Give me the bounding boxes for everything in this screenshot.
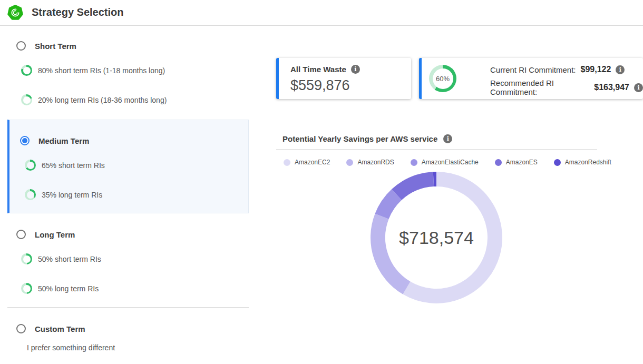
chart-title: Potential Yearly Savings per AWS service — [282, 134, 437, 143]
radio-short-term[interactable] — [16, 41, 26, 51]
percent-ring-icon — [25, 160, 36, 171]
legend-label: AmazonRDS — [357, 159, 394, 166]
strategy-label: Custom Term — [35, 324, 85, 333]
custom-term-description: I prefer something different — [27, 343, 115, 352]
strategy-label: Short Term — [35, 42, 76, 51]
strategy-detail-row: 80% short term RIs (1-18 months long) — [21, 65, 165, 76]
page-title: Strategy Selection — [32, 0, 124, 25]
strategy-option-medium-term[interactable]: Medium Term — [20, 136, 89, 145]
app-logo-icon — [7, 5, 23, 21]
legend-dot-icon — [495, 159, 502, 166]
section-divider — [7, 307, 249, 308]
legend-label: AmazonES — [506, 159, 538, 166]
strategy-detail-row: 50% short term RIs — [21, 253, 101, 264]
strategy-detail-row: 65% short term RIs — [25, 160, 105, 171]
legend-label: AmazonElastiCache — [422, 159, 479, 166]
legend-item-amazones[interactable]: AmazonES — [495, 159, 538, 166]
strategy-option-long-term[interactable]: Long Term — [16, 230, 75, 239]
strategy-detail-row: 35% long term RIs — [25, 189, 102, 200]
legend-item-amazonec2[interactable]: AmazonEC2 — [284, 159, 330, 166]
strategy-option-short-term[interactable]: Short Term — [16, 41, 76, 51]
current-ri-value: $99,122 — [581, 65, 611, 74]
legend-dot-icon — [284, 159, 290, 166]
percent-ring-icon — [21, 94, 32, 105]
commitment-percent-label: 60% — [436, 75, 450, 83]
chart-legend: AmazonEC2 AmazonRDS AmazonElastiCache Am… — [284, 159, 611, 166]
percent-ring-icon — [21, 283, 32, 294]
recommended-ri-label: Recommended RI Commitment: — [490, 78, 589, 96]
legend-dot-icon — [554, 159, 561, 166]
strategy-detail-label: 65% short term RIs — [42, 161, 105, 170]
strategy-detail-label: 80% short term RIs (1-18 months long) — [38, 66, 165, 75]
radio-long-term[interactable] — [16, 230, 26, 239]
savings-donut-chart: $718,574 — [368, 169, 505, 306]
info-icon[interactable]: i — [443, 134, 452, 143]
strategy-detail-label: 35% long term RIs — [42, 191, 102, 199]
strategy-detail-label: 50% short term RIs — [38, 255, 101, 263]
percent-ring-icon — [21, 65, 32, 76]
radio-medium-term[interactable] — [20, 136, 30, 145]
percent-ring-icon — [25, 189, 36, 200]
legend-item-amazonelasticache[interactable]: AmazonElastiCache — [411, 159, 479, 166]
strategy-option-medium-term-panel[interactable]: Medium Term 65% short term RIs 35% long … — [7, 120, 249, 213]
info-icon[interactable]: i — [351, 65, 360, 74]
chart-divider — [276, 149, 597, 150]
info-icon[interactable]: i — [616, 65, 625, 74]
strategy-detail-row: 50% long term RIs — [21, 283, 99, 294]
waste-card-value: $559,876 — [290, 77, 411, 94]
commitment-percent-ring: 60% — [429, 65, 456, 92]
current-ri-label: Current RI Commitment: — [490, 65, 576, 74]
recommended-ri-commitment-row: Recommended RI Commitment: $163,947 i — [490, 78, 643, 96]
radio-custom-term[interactable] — [16, 324, 26, 333]
percent-ring-icon — [21, 253, 32, 264]
page-header: Strategy Selection — [0, 0, 643, 26]
strategy-detail-row: 20% long term RIs (18-36 months long) — [21, 94, 167, 105]
recommended-ri-value: $163,947 — [594, 83, 629, 92]
legend-label: AmazonEC2 — [295, 159, 330, 166]
legend-item-amazonrds[interactable]: AmazonRDS — [346, 159, 394, 166]
legend-dot-icon — [411, 159, 417, 166]
legend-item-amazonredshift[interactable]: AmazonRedshift — [554, 159, 611, 166]
legend-label: AmazonRedshift — [565, 159, 611, 166]
waste-card-label: All Time Waste — [290, 65, 346, 74]
legend-dot-icon — [346, 159, 353, 166]
current-ri-commitment-row: Current RI Commitment: $99,122 i — [490, 65, 643, 74]
ri-commitment-card: 60% Current RI Commitment: $99,122 i Rec… — [419, 58, 643, 99]
donut-chart-svg — [368, 169, 505, 306]
all-time-waste-card: All Time Waste i $559,876 — [276, 58, 411, 99]
strategy-label: Medium Term — [38, 136, 89, 145]
strategy-detail-label: 50% long term RIs — [38, 284, 99, 293]
strategy-option-custom-term[interactable]: Custom Term — [16, 324, 85, 333]
strategy-label: Long Term — [35, 230, 75, 239]
strategy-detail-label: 20% long term RIs (18-36 months long) — [38, 96, 167, 104]
info-icon[interactable]: i — [634, 83, 643, 92]
